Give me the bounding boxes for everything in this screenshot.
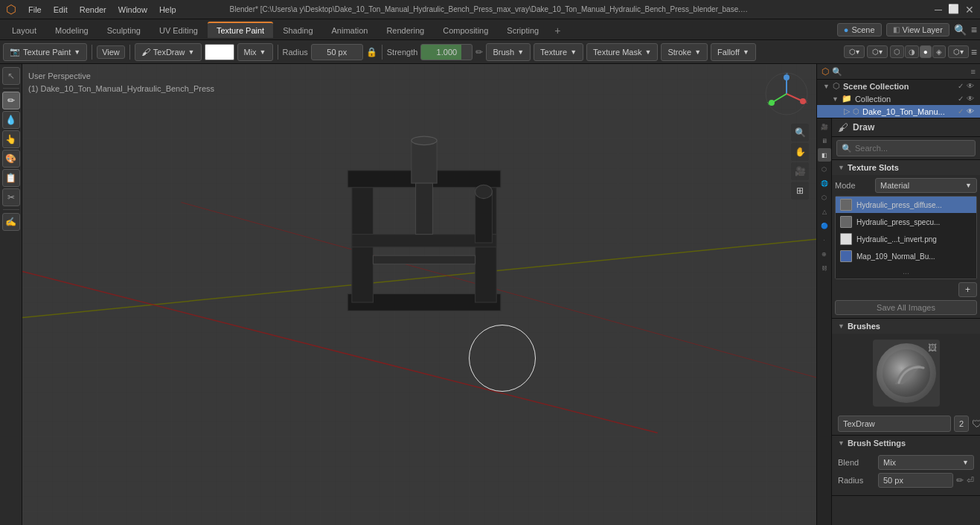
radius-input[interactable]: 50 px (878, 473, 953, 488)
camera-btn[interactable]: 🎥 (791, 162, 809, 180)
blend-dropdown[interactable]: Mix ▼ (878, 455, 974, 470)
menu-window[interactable]: Window (112, 4, 153, 16)
view-menu-btn[interactable]: View (97, 45, 125, 59)
add-workspace-btn[interactable]: + (548, 22, 566, 38)
overlay-btn[interactable]: ⬡▾ (844, 45, 865, 58)
mode-dropdown[interactable]: Material ▼ (875, 178, 977, 193)
texture-slot-0[interactable]: Hydraulic_press_diffuse... (836, 197, 976, 214)
brush-options-btn[interactable]: Brush ▼ (486, 43, 531, 61)
draw-brush-icon: 🖌 (838, 121, 848, 133)
add-texture-slot-btn[interactable]: + (958, 282, 977, 297)
props-mesh-icon[interactable]: △ (818, 205, 831, 218)
tab-texture-paint[interactable]: Texture Paint (208, 22, 273, 38)
brush-protect-btn[interactable]: 🛡 (972, 418, 980, 430)
scene-coll-check[interactable]: ✓ (958, 82, 964, 90)
radius-apply-btn[interactable]: ⏎ (967, 475, 974, 486)
props-particles-icon[interactable]: · (818, 233, 831, 246)
menu-render[interactable]: Render (74, 4, 112, 16)
tab-shading[interactable]: Shading (274, 22, 321, 38)
scene-collection-row[interactable]: ▼ ⬡ Scene Collection ✓ 👁 (817, 80, 980, 92)
props-world-icon[interactable]: 🌐 (818, 176, 831, 190)
object-eye[interactable]: 👁 (967, 107, 974, 115)
tab-modeling[interactable]: Modeling (46, 22, 97, 38)
viewport-3d[interactable]: User Perspective (1) Dake_10_Ton_Manual_… (22, 64, 816, 525)
tool-mask[interactable]: ✂ (2, 188, 20, 206)
texture-slot-1[interactable]: Hydraulic_press_specu... (836, 214, 976, 231)
texture-btn[interactable]: Texture ▼ (534, 43, 583, 61)
radius-edit-btn[interactable]: ✏ (956, 475, 964, 486)
tab-rendering[interactable]: Rendering (377, 22, 433, 38)
texture-mask-btn[interactable]: Texture Mask ▼ (586, 43, 658, 61)
brush-icon: 🖌 (141, 47, 150, 57)
blend-mode-btn[interactable]: Mix ▼ (237, 43, 273, 61)
view-layer-btn[interactable]: ◧ View Layer (886, 23, 949, 36)
props-object-icon[interactable]: ⬡ (818, 191, 831, 204)
close-btn[interactable]: ✕ (965, 4, 974, 16)
props-output-icon[interactable]: 🖥 (818, 134, 831, 147)
stroke-btn[interactable]: Stroke ▼ (661, 43, 708, 61)
tool-clone[interactable]: 🎨 (2, 150, 20, 168)
collection-eye[interactable]: 👁 (967, 95, 974, 103)
tool-annotate[interactable]: ✍ (2, 213, 20, 231)
brush-name-input[interactable] (838, 416, 951, 432)
search-icon[interactable]: 🔍 (954, 24, 967, 36)
filter-options-btn[interactable]: ≡ (971, 46, 977, 58)
tab-compositing[interactable]: Compositing (434, 22, 497, 38)
color-swatch[interactable] (205, 44, 234, 60)
scene-props-btn[interactable]: ⬡▾ (948, 45, 969, 58)
props-view-layer-icon[interactable]: ◧ (818, 148, 831, 162)
props-constraints-icon[interactable]: ⛓ (818, 261, 831, 275)
tool-fill[interactable]: 📋 (2, 169, 20, 187)
save-all-images-btn[interactable]: Save All Images (835, 300, 977, 315)
tab-layout[interactable]: Layout (3, 22, 45, 38)
gizmo-btn[interactable]: ⬡▾ (867, 45, 888, 58)
object-row[interactable]: ▷ ⬡ Dake_10_Ton_Manu... ✓ 👁 (817, 105, 980, 118)
pan-btn[interactable]: ✋ (791, 143, 809, 161)
tool-smear[interactable]: 👆 (2, 130, 20, 148)
props-scene-icon[interactable]: ⬡ (818, 162, 831, 176)
props-render-icon[interactable]: 🎥 (818, 120, 831, 133)
zoom-fit-btn[interactable]: 🔍 (791, 124, 809, 141)
tab-sculpting[interactable]: Sculpting (98, 22, 150, 38)
tab-animation[interactable]: Animation (323, 22, 377, 38)
strength-pen-icon[interactable]: ✏ (475, 47, 483, 57)
outliner-filter-btn[interactable]: ≡ (971, 67, 976, 76)
radius-value-input[interactable]: 50 px (311, 44, 363, 60)
brush-options-dropdown: ▼ (517, 48, 524, 56)
brush-settings-header[interactable]: ▼ Brush Settings (832, 436, 980, 451)
outliner-search-icon[interactable]: 🔍 (832, 67, 842, 77)
brush-selector-btn[interactable]: 🖌 TexDraw ▼ (135, 43, 202, 61)
layout-toggle-btn[interactable]: ⊞ (791, 182, 809, 200)
texture-slot-2[interactable]: Hydraulic_...t_invert.png (836, 231, 976, 248)
orientation-gizmo[interactable]: Z X Y (764, 71, 809, 116)
collection-row[interactable]: ▼ 📁 Collection ✓ 👁 (817, 92, 980, 105)
props-physics-icon[interactable]: ⊕ (818, 247, 831, 261)
texture-slot-3[interactable]: Map_109_Normal_Bu... (836, 248, 976, 265)
viewport-shading-btns[interactable]: ⬡ ◑ ● ◈ (890, 45, 946, 58)
brushes-header[interactable]: ▼ Brushes (832, 319, 980, 334)
props-material-icon[interactable]: 🔵 (818, 219, 831, 232)
mode-switcher[interactable]: 📷 Texture Paint ▼ (3, 43, 87, 61)
tool-soften[interactable]: 💧 (2, 111, 20, 129)
object-check[interactable]: ✓ (958, 107, 964, 115)
engine-selector[interactable]: ● Scene (837, 23, 882, 36)
tab-uv-editing[interactable]: UV Editing (150, 22, 207, 38)
tab-scripting[interactable]: Scripting (498, 22, 548, 38)
radius-lock-icon[interactable]: 🔒 (366, 47, 377, 57)
properties-search[interactable]: 🔍 (836, 140, 976, 156)
falloff-btn[interactable]: Falloff ▼ (711, 43, 756, 61)
strength-value-input[interactable]: 1.000 (420, 44, 473, 60)
menu-help[interactable]: Help (153, 4, 182, 16)
collection-check[interactable]: ✓ (958, 95, 964, 103)
properties-search-input[interactable] (855, 144, 970, 153)
tool-draw[interactable]: ✏ (2, 92, 20, 109)
menu-file[interactable]: File (22, 4, 48, 16)
minimize-btn[interactable]: ─ (935, 4, 942, 16)
maximize-btn[interactable]: ⬜ (948, 4, 959, 16)
tool-select[interactable]: ↖ (2, 67, 20, 85)
filter-icon[interactable]: ≡ (971, 24, 977, 36)
brush-preview-photo-btn[interactable]: 🖼 (928, 343, 937, 353)
scene-coll-eye[interactable]: 👁 (967, 82, 974, 90)
texture-slots-header[interactable]: ▼ Texture Slots (832, 160, 980, 175)
menu-edit[interactable]: Edit (48, 4, 74, 16)
